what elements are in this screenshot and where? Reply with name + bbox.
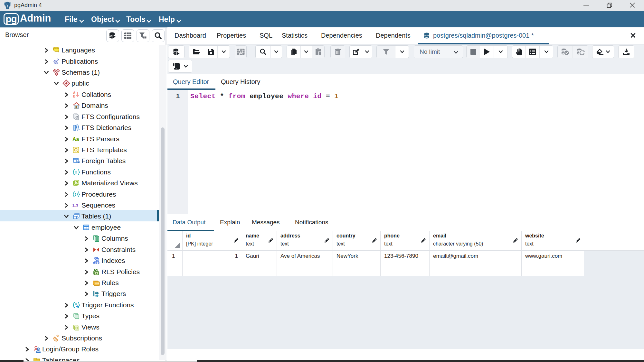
svg-text:A: A (73, 91, 75, 95)
svg-text:1..3: 1..3 (72, 204, 78, 207)
svg-text:B: B (73, 95, 75, 98)
svg-text:Aa: Aa (72, 136, 79, 142)
